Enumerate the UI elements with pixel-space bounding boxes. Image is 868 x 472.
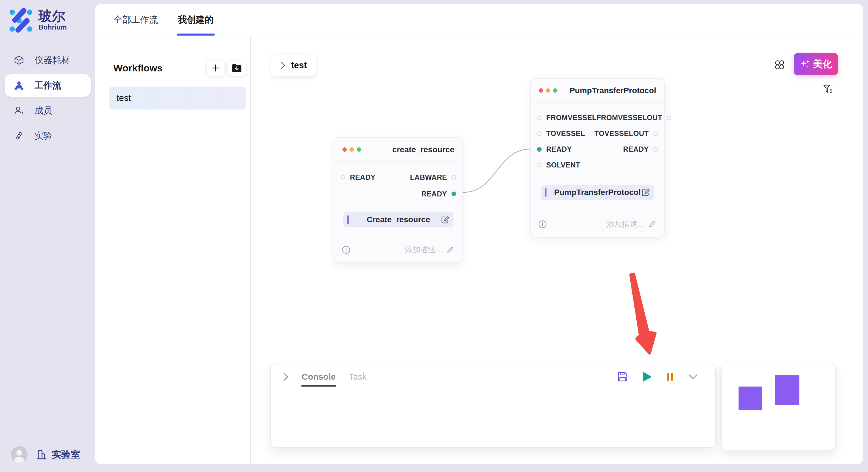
- pencil-icon[interactable]: [446, 246, 454, 254]
- sidebar-item-consumables[interactable]: 仪器耗材: [0, 47, 95, 73]
- top-tabbar: 全部工作流 我创建的: [95, 4, 863, 36]
- sidebar: 玻尔 Bohrium 仪器耗材 工作流: [0, 0, 95, 472]
- box-icon: [14, 55, 24, 65]
- save-icon[interactable]: [617, 371, 629, 383]
- port-connector[interactable]: [667, 115, 671, 120]
- red-dot[interactable]: [342, 147, 347, 152]
- bohrium-logo-icon: [8, 7, 33, 33]
- brand-logo[interactable]: 玻尔 Bohrium: [8, 7, 67, 33]
- sparkles-icon: [800, 59, 810, 69]
- workflow-canvas[interactable]: test 美化: [251, 36, 863, 464]
- node-footer: 添加描述...: [342, 245, 454, 255]
- minimap[interactable]: [721, 364, 836, 450]
- port-connector[interactable]: [537, 131, 541, 136]
- output-port-ready[interactable]: READY: [623, 145, 658, 154]
- sidebar-footer: 实验室: [11, 446, 80, 463]
- workflows-panel-title: Workflows: [113, 63, 162, 74]
- building-icon: [36, 448, 48, 461]
- port-connector[interactable]: [653, 147, 658, 152]
- avatar[interactable]: [11, 446, 28, 463]
- console-header: Console Task: [271, 364, 715, 390]
- sidebar-item-members[interactable]: 成员: [0, 98, 95, 123]
- minimap-node: [775, 375, 799, 405]
- beautify-button[interactable]: 美化: [794, 53, 838, 75]
- pencil-icon[interactable]: [648, 220, 656, 228]
- text-caret: [545, 188, 547, 197]
- minimap-node: [739, 386, 762, 410]
- text-caret: [347, 215, 349, 224]
- workspace-label: 实验室: [52, 448, 80, 461]
- sidebar-nav: 仪器耗材 工作流 成员: [0, 47, 95, 148]
- person-silhouette-icon: [11, 446, 28, 463]
- traffic-light-dots: [539, 88, 557, 93]
- info-icon[interactable]: [342, 245, 350, 254]
- workflow-list-item[interactable]: test: [109, 87, 246, 109]
- port-connector[interactable]: [537, 115, 541, 120]
- sidebar-item-experiment[interactable]: 实验: [0, 123, 95, 148]
- tab-console[interactable]: Console: [302, 364, 336, 390]
- port-connector[interactable]: [341, 175, 345, 179]
- node-title: create_resource: [392, 145, 454, 154]
- sidebar-item-workflow[interactable]: 工作流: [5, 74, 91, 97]
- output-port-tovesselout[interactable]: TOVESSELOUT: [594, 129, 658, 138]
- port-connector-connected[interactable]: [452, 192, 456, 196]
- breadcrumb[interactable]: test: [271, 55, 316, 76]
- input-port-tovessel[interactable]: TOVESSEL: [537, 129, 585, 138]
- node-create-resource[interactable]: create_resource READY LABWARE R: [334, 137, 463, 263]
- sidebar-item-label: 工作流: [34, 79, 61, 92]
- port-connector-connected[interactable]: [537, 147, 541, 152]
- add-workflow-button[interactable]: [207, 60, 224, 76]
- breadcrumb-label: test: [291, 60, 307, 71]
- input-port-ready[interactable]: READY: [341, 173, 375, 181]
- node-footer: 添加描述...: [538, 219, 656, 229]
- node-title: PumpTransferProtocol: [569, 86, 656, 95]
- description-placeholder[interactable]: 添加描述...: [607, 219, 644, 229]
- workflows-panel: Workflows test: [95, 36, 251, 464]
- red-dot[interactable]: [539, 88, 543, 93]
- node-action-pill[interactable]: Create_resource: [343, 212, 454, 227]
- run-icon[interactable]: [640, 371, 652, 383]
- filter-icon[interactable]: [823, 84, 833, 95]
- output-port-labware[interactable]: LABWARE: [410, 173, 456, 181]
- port-connector[interactable]: [537, 163, 541, 167]
- node-pump-transfer-protocol[interactable]: PumpTransferProtocol FROMVESSEL FROMVESS…: [530, 78, 665, 237]
- import-folder-button[interactable]: [228, 60, 246, 76]
- node-header[interactable]: create_resource: [334, 138, 462, 162]
- main-panel: 全部工作流 我创建的 Workflows: [95, 4, 863, 464]
- info-icon[interactable]: [538, 220, 547, 229]
- input-port-fromvessel[interactable]: FROMVESSEL: [537, 113, 596, 122]
- yellow-dot[interactable]: [546, 88, 550, 93]
- green-dot[interactable]: [553, 88, 557, 93]
- green-dot[interactable]: [357, 147, 361, 152]
- members-icon: [14, 105, 24, 116]
- folder-download-icon: [231, 63, 242, 73]
- command-icon[interactable]: [774, 59, 785, 70]
- output-port-ready[interactable]: READY: [422, 190, 456, 198]
- description-placeholder[interactable]: 添加描述...: [405, 245, 442, 255]
- tab-my-created[interactable]: 我创建的: [178, 4, 214, 36]
- collapse-chevron-icon[interactable]: [687, 371, 699, 383]
- workspace-switcher[interactable]: 实验室: [36, 448, 80, 461]
- input-port-ready[interactable]: READY: [537, 145, 572, 154]
- port-connector[interactable]: [452, 175, 456, 179]
- edit-icon[interactable]: [641, 188, 650, 197]
- sidebar-item-label: 仪器耗材: [34, 54, 70, 66]
- console-panel: Console Task: [270, 364, 716, 448]
- port-connector[interactable]: [653, 131, 658, 136]
- node-header[interactable]: PumpTransferProtocol: [531, 78, 664, 103]
- expand-chevron-icon[interactable]: [282, 372, 290, 381]
- pause-icon[interactable]: [663, 371, 676, 383]
- brand-subtitle: Bohrium: [38, 23, 67, 31]
- tab-task[interactable]: Task: [349, 364, 367, 390]
- yellow-dot[interactable]: [350, 147, 354, 152]
- tab-all-workflows[interactable]: 全部工作流: [113, 4, 158, 36]
- edit-icon[interactable]: [440, 215, 450, 224]
- chevron-right-icon: [280, 62, 286, 69]
- brand-title: 玻尔: [38, 9, 67, 23]
- sidebar-item-label: 成员: [34, 105, 52, 117]
- edge-create-resource-to-pump[interactable]: [463, 149, 530, 193]
- input-port-solvent[interactable]: SOLVENT: [537, 161, 580, 169]
- sidebar-item-label: 实验: [34, 130, 52, 142]
- output-port-fromvesselout[interactable]: FROMVESSELOUT: [596, 113, 671, 122]
- node-action-pill[interactable]: PumpTransferProtocol: [541, 185, 654, 200]
